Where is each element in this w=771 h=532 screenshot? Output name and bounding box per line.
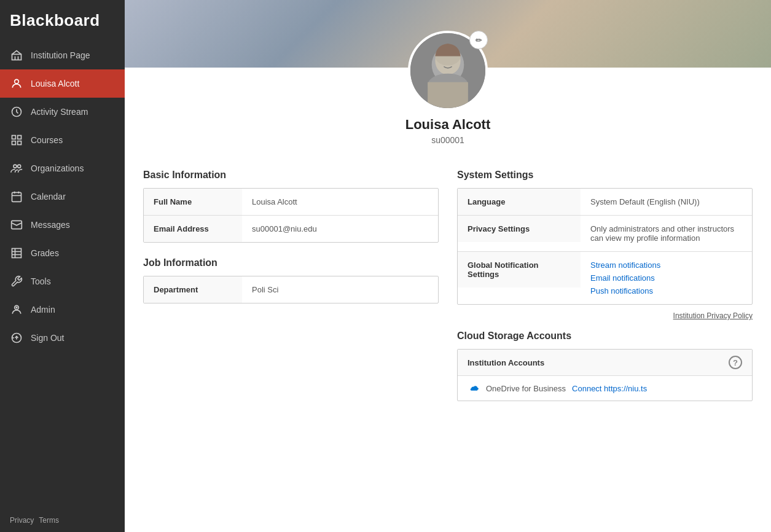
email-address-label: Email Address (144, 216, 242, 242)
stream-notifications-link[interactable]: Stream notifications (590, 260, 742, 270)
language-label: Language (458, 189, 581, 215)
table-row: Full Name Louisa Alcott (144, 189, 438, 216)
sidebar: Blackboard Institution Page Louisa Alcot… (0, 0, 125, 532)
global-notification-links: Stream notifications Email notifications… (581, 252, 752, 304)
sidebar-item-label: Organizations (31, 163, 84, 173)
cloud-table-header: Institution Accounts ? (458, 350, 752, 376)
profile-user-id: su00001 (125, 135, 771, 145)
privacy-link[interactable]: Privacy (10, 516, 34, 525)
sidebar-item-label: Messages (31, 220, 70, 230)
app-logo: Blackboard (0, 0, 125, 41)
system-settings-table: Language System Default (English (NIU)) … (457, 188, 753, 305)
edit-avatar-button[interactable]: ✏ (469, 31, 488, 49)
calendar-icon (10, 190, 23, 203)
basic-information-table: Full Name Louisa Alcott Email Address su… (143, 188, 439, 243)
full-name-label: Full Name (144, 189, 242, 215)
svg-rect-0 (12, 54, 22, 60)
language-value: System Default (English (NIU)) (581, 189, 752, 215)
left-column: Basic Information Full Name Louisa Alcot… (143, 170, 439, 401)
svg-rect-16 (12, 249, 22, 258)
signout-icon (10, 331, 23, 345)
sidebar-item-courses[interactable]: Courses (0, 126, 125, 154)
sidebar-item-label: Admin (31, 305, 55, 315)
messages-icon (10, 218, 23, 232)
job-information-table: Department Poli Sci (143, 276, 439, 303)
svg-rect-28 (428, 82, 468, 108)
courses-icon (10, 133, 23, 147)
profile-avatar-wrapper: ✏ (408, 31, 488, 111)
admin-icon (10, 303, 23, 316)
sidebar-footer: Privacy Terms (0, 509, 125, 532)
sidebar-item-admin[interactable]: Admin (0, 295, 125, 324)
privacy-settings-label: Privacy Settings (458, 216, 581, 242)
svg-rect-6 (18, 136, 22, 139)
svg-rect-5 (12, 136, 16, 139)
system-settings-title: System Settings (457, 170, 753, 181)
institution-privacy-link-wrapper: Institution Privacy Policy (457, 310, 753, 321)
basic-information-title: Basic Information (143, 170, 439, 181)
global-notification-label: Global Notification Settings (458, 252, 581, 288)
tools-icon (10, 275, 23, 288)
table-row: Language System Default (English (NIU)) (458, 189, 752, 216)
profile-name: Louisa Alcott (125, 117, 771, 133)
svg-rect-7 (18, 141, 22, 145)
svg-point-3 (15, 79, 19, 84)
department-value: Poli Sci (242, 276, 288, 303)
sidebar-item-grades[interactable]: Grades (0, 239, 125, 267)
table-row: Department Poli Sci (144, 276, 438, 303)
sidebar-item-label: Institution Page (31, 50, 90, 60)
grades-icon (10, 246, 23, 260)
sidebar-item-label: Grades (31, 248, 59, 258)
sidebar-item-sign-out[interactable]: Sign Out (0, 324, 125, 352)
sidebar-item-tools[interactable]: Tools (0, 267, 125, 295)
sidebar-item-calendar[interactable]: Calendar (0, 182, 125, 211)
svg-point-10 (18, 165, 21, 168)
svg-point-21 (16, 307, 17, 308)
sidebar-item-label: Courses (31, 135, 63, 145)
sidebar-item-messages[interactable]: Messages (0, 211, 125, 239)
terms-link[interactable]: Terms (39, 516, 59, 525)
main-content: ✏ Louisa Alcott su00001 Basic Informatio… (125, 0, 771, 532)
organizations-icon (10, 162, 23, 175)
profile-info: Louisa Alcott su00001 (125, 117, 771, 157)
department-label: Department (144, 276, 242, 303)
email-address-value: su00001@niu.edu (242, 216, 327, 242)
svg-rect-8 (12, 141, 16, 145)
full-name-value: Louisa Alcott (242, 189, 307, 215)
sidebar-nav: Institution Page Louisa Alcott Activity … (0, 41, 125, 509)
list-item: OneDrive for Business Connect https://ni… (458, 376, 752, 401)
sidebar-item-label: Sign Out (31, 333, 64, 343)
job-information-title: Job Information (143, 257, 439, 268)
cloud-storage-table: Institution Accounts ? OneDrive for Busi… (457, 349, 753, 401)
sidebar-item-label: Tools (31, 276, 51, 286)
table-row: Privacy Settings Only administrators and… (458, 216, 752, 252)
email-notifications-link[interactable]: Email notifications (590, 273, 742, 283)
cloud-storage-title: Cloud Storage Accounts (457, 331, 753, 342)
sidebar-item-label: Calendar (31, 192, 66, 201)
activity-icon (10, 105, 23, 119)
connect-link[interactable]: Connect https://niu.ts (572, 384, 647, 393)
sidebar-item-activity-stream[interactable]: Activity Stream (0, 98, 125, 126)
privacy-settings-value: Only administrators and other instructor… (581, 216, 752, 251)
content-area: Basic Information Full Name Louisa Alcot… (125, 157, 771, 420)
svg-rect-11 (12, 192, 22, 201)
sidebar-item-louisa-alcott[interactable]: Louisa Alcott (0, 69, 125, 98)
svg-point-9 (14, 165, 17, 168)
institution-privacy-policy-link[interactable]: Institution Privacy Policy (673, 311, 753, 320)
institution-accounts-label: Institution Accounts (468, 358, 544, 367)
user-icon (10, 77, 23, 90)
right-column: System Settings Language System Default … (457, 170, 753, 401)
push-notifications-link[interactable]: Push notifications (590, 286, 742, 295)
profile-banner: ✏ (125, 0, 771, 68)
table-row: Global Notification Settings Stream noti… (458, 252, 752, 304)
onedrive-icon (468, 382, 480, 394)
table-row: Email Address su00001@niu.edu (144, 216, 438, 242)
onedrive-name: OneDrive for Business (486, 384, 566, 393)
sidebar-item-label: Louisa Alcott (31, 79, 79, 88)
help-icon[interactable]: ? (729, 356, 742, 369)
sidebar-item-organizations[interactable]: Organizations (0, 154, 125, 182)
sidebar-item-institution-page[interactable]: Institution Page (0, 41, 125, 69)
institution-icon (10, 49, 23, 62)
sidebar-item-label: Activity Stream (31, 107, 88, 117)
